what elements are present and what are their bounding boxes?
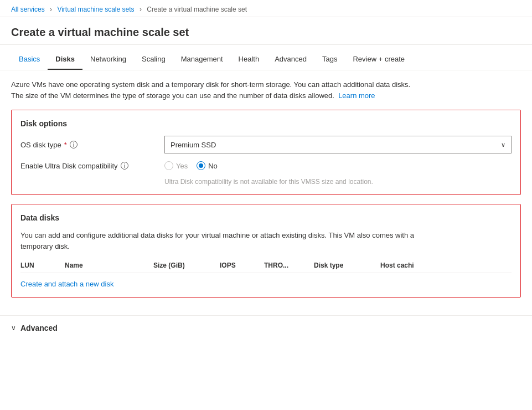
ultra-disk-no-option[interactable]: No: [197, 161, 218, 170]
page-description: Azure VMs have one operating system disk…: [11, 79, 465, 101]
breadcrumb-sep-1: ›: [50, 6, 52, 13]
breadcrumb-vmss[interactable]: Virtual machine scale sets: [57, 6, 134, 13]
tab-advanced[interactable]: Advanced: [267, 49, 314, 70]
tab-review-create[interactable]: Review + create: [345, 49, 412, 70]
col-header-hostcachi: Host cachi: [380, 262, 430, 269]
disk-options-section: Disk options OS disk type * i Premium SS…: [11, 110, 521, 195]
ultra-disk-yes-radio[interactable]: [164, 161, 173, 170]
data-disks-table-header: LUN Name Size (GiB) IOPS THRO... Disk ty…: [20, 258, 512, 273]
ultra-disk-label-text: Enable Ultra Disk compatibility: [20, 162, 118, 170]
disk-options-title: Disk options: [20, 119, 512, 128]
data-disks-section: Data disks You can add and configure add…: [11, 204, 521, 298]
ultra-disk-yes-option[interactable]: Yes: [164, 161, 188, 170]
advanced-section-label: Advanced: [20, 324, 58, 332]
os-disk-info-icon[interactable]: i: [70, 141, 78, 148]
col-header-disktype: Disk type: [314, 262, 380, 269]
page-title: Create a virtual machine scale set: [0, 17, 532, 45]
os-disk-dropdown-value: Premium SSD: [171, 141, 216, 149]
learn-more-link[interactable]: Learn more: [338, 91, 375, 100]
tab-health[interactable]: Health: [231, 49, 267, 70]
col-header-name: Name: [65, 262, 153, 269]
ultra-disk-yes-label: Yes: [176, 162, 188, 170]
ultra-disk-no-radio[interactable]: [197, 161, 205, 170]
breadcrumb-sep-2: ›: [140, 6, 142, 13]
ultra-disk-row: Enable Ultra Disk compatibility i Yes No: [20, 161, 512, 170]
tab-basics[interactable]: Basics: [11, 49, 48, 70]
create-attach-disk-link[interactable]: Create and attach a new disk: [20, 280, 113, 288]
os-disk-dropdown[interactable]: Premium SSD ∨: [164, 136, 512, 153]
ultra-disk-label: Enable Ultra Disk compatibility i: [20, 162, 164, 170]
advanced-section[interactable]: ∨ Advanced: [0, 315, 532, 340]
col-header-size: Size (GiB): [153, 262, 220, 269]
os-disk-type-row: OS disk type * i Premium SSD ∨: [20, 136, 512, 153]
ultra-disk-radio-group: Yes No: [164, 161, 218, 170]
tab-disks[interactable]: Disks: [48, 49, 82, 70]
tab-networking[interactable]: Networking: [82, 49, 134, 70]
col-header-lun: LUN: [20, 262, 65, 269]
breadcrumb: All services › Virtual machine scale set…: [0, 0, 532, 17]
breadcrumb-current: Create a virtual machine scale set: [147, 6, 247, 13]
tab-scaling[interactable]: Scaling: [134, 49, 173, 70]
os-disk-dropdown-arrow: ∨: [501, 141, 505, 148]
ultra-disk-note: Ultra Disk compatibility is not availabl…: [20, 178, 512, 186]
ultra-disk-info-icon[interactable]: i: [121, 162, 128, 170]
advanced-chevron-icon: ∨: [11, 324, 16, 332]
ultra-disk-no-label: No: [208, 162, 218, 170]
content-area: Azure VMs have one operating system disk…: [0, 70, 532, 315]
tab-management[interactable]: Management: [173, 49, 231, 70]
ultra-disk-no-dot: [199, 163, 203, 168]
os-disk-label-text: OS disk type: [20, 141, 61, 149]
col-header-thro: THRO...: [264, 262, 314, 269]
os-disk-required: *: [64, 141, 67, 149]
os-disk-label: OS disk type * i: [20, 141, 164, 149]
col-header-iops: IOPS: [220, 262, 264, 269]
breadcrumb-all-services[interactable]: All services: [11, 6, 45, 13]
data-disks-description: You can add and configure additional dat…: [20, 230, 512, 252]
tabs-nav: Basics Disks Networking Scaling Manageme…: [0, 49, 532, 70]
tab-tags[interactable]: Tags: [314, 49, 345, 70]
data-disks-title: Data disks: [20, 213, 512, 222]
